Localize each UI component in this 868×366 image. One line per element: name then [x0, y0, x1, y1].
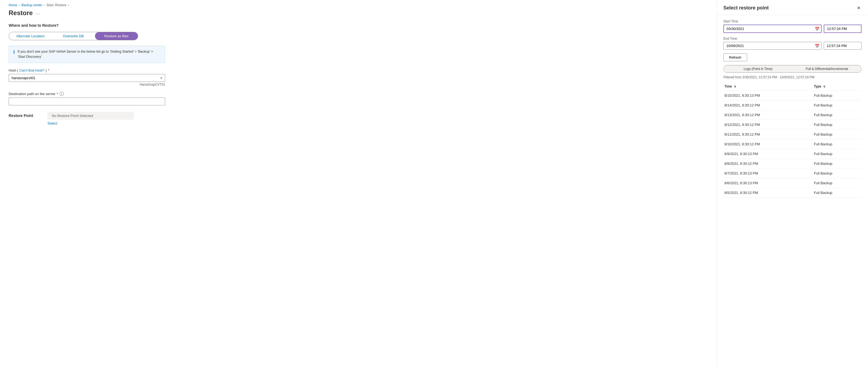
table-row[interactable]: 8/7/2021, 8:30:13 PMFull Backup — [723, 169, 862, 178]
select-restore-point-link[interactable]: Select — [48, 121, 134, 125]
destination-info-icon[interactable]: i — [60, 92, 64, 96]
table-row[interactable]: 8/6/2021, 8:30:13 PMFull Backup — [723, 178, 862, 188]
table-row[interactable]: 8/12/2021, 8:30:12 PMFull Backup — [723, 120, 862, 130]
end-time-inputs: 📅 — [723, 42, 862, 50]
table-row[interactable]: 8/14/2021, 8:30:12 PMFull Backup — [723, 101, 862, 110]
table-row[interactable]: 8/10/2021, 8:30:12 PMFull Backup — [723, 139, 862, 149]
restore-type-tabs: Alternate Location Overwrite DB Restore … — [9, 32, 138, 40]
start-time-inputs: 📅 — [723, 25, 862, 33]
host-select[interactable]: hanasnapcvt01 — [9, 74, 165, 82]
cell-time: 8/10/2021, 8:30:12 PM — [723, 139, 813, 149]
end-time-label: End Time — [723, 37, 862, 40]
tab-alternate-location[interactable]: Alternate Location — [9, 32, 52, 40]
info-box: ℹ If you don't see your SAP HANA Server … — [9, 46, 165, 63]
toggle-full-differential[interactable]: Full & Differential/Incremental — [793, 65, 861, 73]
cell-type: Full Backup — [813, 91, 862, 101]
time-sort-icon[interactable]: ⇅ — [734, 85, 736, 88]
host-label-close: ) — [45, 68, 47, 73]
end-time-input[interactable] — [824, 42, 862, 50]
table-row[interactable]: 8/8/2021, 8:30:12 PMFull Backup — [723, 159, 862, 169]
restore-table-body: 8/15/2021, 8:30:13 PMFull Backup8/14/202… — [723, 91, 862, 198]
breadcrumb: Home › Backup center › Start: Restore › — [9, 0, 708, 9]
destination-required: * — [57, 92, 58, 96]
cant-find-host-link[interactable]: Can't find Host? — [20, 68, 44, 73]
cell-time: 8/15/2021, 8:30:13 PM — [723, 91, 813, 101]
restore-point-value: No Restore Point Selected Select — [48, 112, 134, 125]
destination-path-field-group: Destination path on the server * i — [9, 92, 708, 105]
cell-time: 8/7/2021, 8:30:13 PM — [723, 169, 813, 178]
refresh-button[interactable]: Refresh — [723, 54, 747, 61]
restore-point-label: Restore Point — [9, 112, 41, 118]
end-date-wrapper: 📅 — [723, 42, 822, 50]
cell-type: Full Backup — [813, 178, 862, 188]
close-button[interactable]: ✕ — [856, 4, 862, 11]
info-box-text: If you don't see your SAP HANA Server in… — [18, 49, 160, 59]
filter-text: Filtered from 3/30/2021, 12:57:24 PM - 1… — [723, 75, 862, 79]
page-title-container: Restore ... — [9, 9, 708, 17]
col-time-header[interactable]: Time ⇅ — [723, 82, 813, 91]
table-header-row: Time ⇅ Type ⇅ — [723, 82, 862, 91]
type-sort-icon[interactable]: ⇅ — [823, 85, 825, 88]
tab-restore-as-files[interactable]: Restore as files — [95, 32, 138, 40]
breadcrumb-sep-1: › — [19, 3, 20, 7]
cell-type: Full Backup — [813, 139, 862, 149]
cell-time: 8/5/2021, 8:30:12 PM — [723, 188, 813, 198]
cell-time: 8/13/2021, 8:30:12 PM — [723, 110, 813, 120]
host-label: Host ( Can't find Host? ) * — [9, 68, 708, 73]
host-required: * — [48, 68, 50, 73]
destination-path-input[interactable] — [9, 97, 165, 105]
info-icon: ℹ — [13, 50, 15, 55]
cell-type: Full Backup — [813, 149, 862, 159]
destination-path-label-text: Destination path on the server — [9, 92, 55, 96]
cell-type: Full Backup — [813, 110, 862, 120]
cell-time: 8/9/2021, 8:30:13 PM — [723, 149, 813, 159]
cell-time: 8/8/2021, 8:30:12 PM — [723, 159, 813, 169]
panel-header: Select restore point ✕ — [717, 0, 868, 15]
host-field-group: Host ( Can't find Host? ) * hanasnapcvt0… — [9, 68, 708, 86]
end-time-row: End Time 📅 — [723, 37, 862, 50]
start-time-label: Start Time — [723, 20, 862, 23]
toggle-logs[interactable]: Logs (Point in Time) — [724, 65, 793, 73]
table-row[interactable]: 8/11/2021, 8:30:12 PMFull Backup — [723, 130, 862, 139]
cell-time: 8/11/2021, 8:30:12 PM — [723, 130, 813, 139]
host-label-text: Host ( — [9, 68, 18, 73]
end-date-input[interactable] — [723, 42, 822, 50]
restore-point-display: No Restore Point Selected — [48, 112, 134, 120]
host-select-wrapper: hanasnapcvt01 ∨ — [9, 74, 165, 82]
restore-type-toggle: Logs (Point in Time) Full & Differential… — [723, 65, 862, 73]
cell-type: Full Backup — [813, 101, 862, 110]
table-row[interactable]: 8/15/2021, 8:30:13 PMFull Backup — [723, 91, 862, 101]
start-time-input[interactable] — [824, 25, 862, 33]
cell-time: 8/12/2021, 8:30:12 PM — [723, 120, 813, 130]
breadcrumb-backup-center[interactable]: Backup center — [22, 3, 42, 7]
start-time-row: Start Time 📅 — [723, 20, 862, 33]
breadcrumb-home[interactable]: Home — [9, 3, 17, 7]
breadcrumb-sep-3: › — [68, 3, 69, 7]
panel-body: Start Time 📅 End Time 📅 Refresh Log — [717, 15, 868, 366]
restore-point-section: Restore Point No Restore Point Selected … — [9, 112, 708, 125]
breadcrumb-current: Start: Restore — [46, 3, 66, 7]
table-row[interactable]: 8/5/2021, 8:30:12 PMFull Backup — [723, 188, 862, 198]
breadcrumb-sep-2: › — [44, 3, 45, 7]
section-where-how-title: Where and how to Restore? — [9, 23, 708, 28]
table-row[interactable]: 8/9/2021, 8:30:13 PMFull Backup — [723, 149, 862, 159]
cell-type: Full Backup — [813, 188, 862, 198]
restore-points-table: Time ⇅ Type ⇅ 8/15/2021, 8:30:13 PMFull … — [723, 82, 862, 198]
left-panel: Home › Backup center › Start: Restore › … — [0, 0, 717, 366]
cell-type: Full Backup — [813, 169, 862, 178]
host-hint: HanaSnapCVT01 — [9, 83, 165, 86]
cell-type: Full Backup — [813, 159, 862, 169]
right-panel: Select restore point ✕ Start Time 📅 End … — [717, 0, 868, 366]
panel-title: Select restore point — [723, 5, 769, 11]
destination-path-label: Destination path on the server * i — [9, 92, 708, 96]
tab-overwrite-db[interactable]: Overwrite DB — [52, 32, 95, 40]
col-type-header[interactable]: Type ⇅ — [813, 82, 862, 91]
start-date-input[interactable] — [723, 25, 822, 33]
page-title-ellipsis[interactable]: ... — [35, 10, 40, 16]
table-row[interactable]: 8/13/2021, 8:30:12 PMFull Backup — [723, 110, 862, 120]
cell-type: Full Backup — [813, 120, 862, 130]
start-date-wrapper: 📅 — [723, 25, 822, 33]
page-title: Restore — [9, 9, 33, 17]
cell-type: Full Backup — [813, 130, 862, 139]
cell-time: 8/6/2021, 8:30:13 PM — [723, 178, 813, 188]
